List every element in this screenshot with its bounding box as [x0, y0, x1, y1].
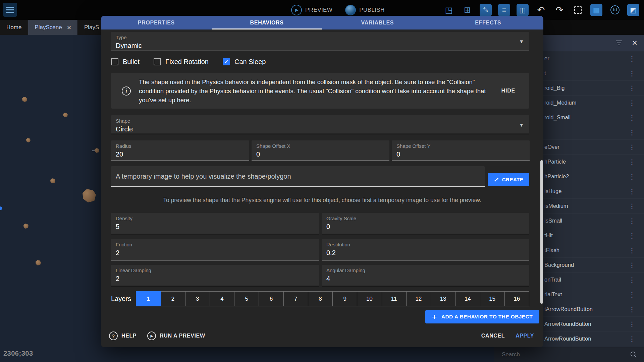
- undo-icon[interactable]: ↶: [535, 4, 547, 16]
- apply-button[interactable]: APPLY: [516, 333, 534, 339]
- shape-offset-x-field[interactable]: Shape Offset X 0: [252, 140, 389, 161]
- gravity-scale-field[interactable]: Gravity Scale 0: [322, 213, 529, 234]
- move-object-icon[interactable]: ◳: [443, 4, 455, 16]
- layer-button-10[interactable]: 10: [357, 291, 382, 306]
- density-label: Density: [116, 216, 314, 221]
- editor-tab-home[interactable]: Home: [0, 20, 28, 35]
- item-menu-icon[interactable]: ⋮: [626, 202, 638, 210]
- item-menu-icon[interactable]: ⋮: [626, 99, 638, 107]
- filter-icon[interactable]: [616, 41, 622, 45]
- publish-button[interactable]: PUBLISH: [345, 5, 385, 15]
- shape-offset-y-field[interactable]: Shape Offset Y 0: [392, 140, 530, 161]
- item-menu-icon[interactable]: ⋮: [626, 173, 638, 181]
- plus-icon: +: [432, 313, 437, 321]
- item-menu-icon[interactable]: ⋮: [626, 320, 638, 328]
- close-tab-icon[interactable]: ×: [67, 24, 71, 31]
- layer-button-16[interactable]: 16: [504, 291, 529, 306]
- run-preview-button[interactable]: ▶ RUN A PREVIEW: [147, 331, 205, 340]
- checkbox-bullet[interactable]: Bullet: [111, 58, 140, 66]
- friction-value: 2: [116, 249, 314, 257]
- temp-image-field[interactable]: A temporary image to help you visualize …: [111, 166, 485, 187]
- item-menu-icon[interactable]: ⋮: [626, 187, 638, 195]
- dialog-tab-effects[interactable]: EFFECTS: [433, 16, 543, 29]
- shape-offset-x-value: 0: [256, 150, 385, 158]
- item-menu-icon[interactable]: ⋮: [626, 69, 638, 77]
- item-menu-icon[interactable]: ⋮: [626, 291, 638, 299]
- layer-button-6[interactable]: 6: [259, 291, 283, 306]
- type-dropdown[interactable]: Type Dynamic ▼: [111, 32, 529, 51]
- project-manager-menu-icon[interactable]: [3, 3, 17, 17]
- add-behavior-button[interactable]: + ADD A BEHAVIOR TO THE OBJECT: [425, 310, 539, 323]
- item-menu-icon[interactable]: ⋮: [626, 217, 638, 225]
- object-name: ArrowRoundButton: [544, 336, 626, 342]
- add-object-icon[interactable]: ⊞: [461, 4, 473, 16]
- layer-button-14[interactable]: 14: [455, 291, 480, 306]
- search-bar: [494, 347, 644, 362]
- friction-field[interactable]: Friction 2: [111, 239, 319, 260]
- dialog-scrollbar[interactable]: [540, 160, 543, 304]
- preview-button[interactable]: ▶ PREVIEW: [291, 5, 332, 15]
- layers-buttons: 12345678910111213141516: [136, 291, 529, 306]
- item-menu-icon[interactable]: ⋮: [626, 84, 638, 92]
- type-label: Type: [116, 35, 525, 40]
- item-menu-icon[interactable]: ⋮: [626, 143, 638, 151]
- hide-button[interactable]: HIDE: [501, 88, 515, 94]
- radius-field[interactable]: Radius 20: [111, 140, 249, 161]
- dialog-tab-properties[interactable]: PROPERTIES: [101, 16, 212, 29]
- grid-icon[interactable]: ▦: [590, 4, 602, 16]
- item-menu-icon[interactable]: ⋮: [626, 246, 638, 254]
- item-menu-icon[interactable]: ⋮: [626, 305, 638, 313]
- restitution-label: Restitution: [326, 242, 525, 247]
- editor-tab-playscene[interactable]: PlayScene×: [28, 20, 77, 35]
- checkbox-can-sleep[interactable]: ✓Can Sleep: [223, 58, 266, 66]
- shape-dropdown[interactable]: Shape Circle ▼: [111, 115, 529, 134]
- layer-button-13[interactable]: 13: [431, 291, 455, 306]
- redo-icon[interactable]: ↷: [553, 4, 566, 16]
- linear-damping-field[interactable]: Linear Damping 2: [111, 265, 319, 286]
- layer-button-4[interactable]: 4: [210, 291, 234, 306]
- dialog-tab-behaviors[interactable]: BEHAVIORS: [212, 16, 322, 29]
- object-name: rialText: [544, 291, 626, 298]
- item-menu-icon[interactable]: ⋮: [626, 128, 638, 136]
- layer-button-7[interactable]: 7: [283, 291, 308, 306]
- layer-button-2[interactable]: 2: [160, 291, 185, 306]
- angular-damping-field[interactable]: Angular Damping 4: [322, 265, 529, 286]
- layers-panel-icon[interactable]: ◫: [517, 4, 529, 16]
- item-menu-icon[interactable]: ⋮: [626, 55, 638, 63]
- search-input[interactable]: [494, 351, 630, 358]
- item-menu-icon[interactable]: ⋮: [626, 276, 638, 284]
- dialog-tab-variables[interactable]: VARIABLES: [322, 16, 433, 29]
- create-button[interactable]: CREATE: [488, 173, 529, 186]
- layer-button-9[interactable]: 9: [332, 291, 357, 306]
- instances-list-icon[interactable]: ≡: [498, 4, 510, 16]
- paint-mode-icon[interactable]: ◩: [627, 4, 639, 16]
- close-panel-icon[interactable]: ×: [632, 39, 637, 48]
- object-name: hParticle2: [544, 173, 626, 180]
- item-menu-icon[interactable]: ⋮: [626, 261, 638, 269]
- dialog-footer: ? HELP ▶ RUN A PREVIEW CANCEL APPLY: [109, 328, 534, 344]
- layer-button-3[interactable]: 3: [185, 291, 210, 306]
- density-field[interactable]: Density 5: [111, 213, 319, 234]
- help-button[interactable]: ? HELP: [109, 331, 137, 340]
- layer-button-1[interactable]: 1: [136, 291, 161, 306]
- layer-button-5[interactable]: 5: [234, 291, 259, 306]
- edit-object-icon[interactable]: ✎: [480, 4, 492, 16]
- object-name: isSmall: [544, 218, 626, 224]
- layer-button-11[interactable]: 11: [382, 291, 407, 306]
- checkbox-fixed-rotation[interactable]: Fixed Rotation: [154, 58, 209, 66]
- asteroid: [83, 189, 96, 202]
- layer-button-8[interactable]: 8: [308, 291, 333, 306]
- gdevelop-editor: ▶ PREVIEW PUBLISH ◳⊞✎≡◫↶↷▦1:1◩ HomePlayS…: [0, 0, 644, 362]
- selection-mask-icon[interactable]: [572, 4, 584, 16]
- item-menu-icon[interactable]: ⋮: [626, 158, 638, 166]
- layer-button-12[interactable]: 12: [406, 291, 431, 306]
- zoom-1-1-icon[interactable]: 1:1: [609, 4, 621, 16]
- item-menu-icon[interactable]: ⋮: [626, 114, 638, 122]
- item-menu-icon[interactable]: ⋮: [626, 232, 638, 240]
- restitution-value: 0.2: [326, 249, 525, 257]
- cancel-button[interactable]: CANCEL: [481, 333, 505, 339]
- restitution-field[interactable]: Restitution 0.2: [322, 239, 529, 260]
- object-name: t: [544, 70, 626, 76]
- item-menu-icon[interactable]: ⋮: [626, 335, 638, 343]
- layer-button-15[interactable]: 15: [480, 291, 505, 306]
